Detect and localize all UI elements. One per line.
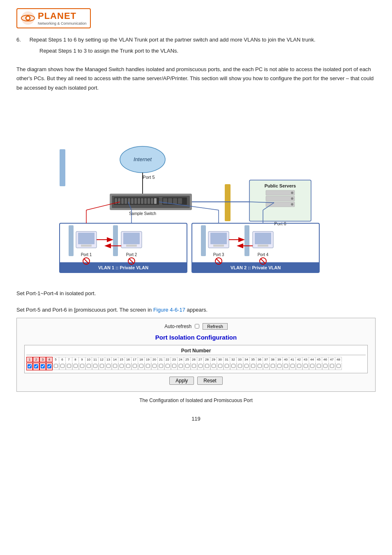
- port-number-cell: 7: [66, 357, 72, 362]
- port-number-cell: 48: [335, 357, 342, 362]
- port-checkbox-26[interactable]: [192, 364, 196, 368]
- autorefresh-checkbox[interactable]: [195, 324, 199, 328]
- svg-point-41: [291, 197, 293, 200]
- port-number-cell: 9: [79, 357, 85, 362]
- port-checkbox-48[interactable]: [337, 364, 341, 368]
- port-checkbox-20[interactable]: [152, 364, 157, 368]
- port-checkbox-46[interactable]: [323, 364, 327, 368]
- port-checkbox-35[interactable]: [251, 364, 255, 368]
- port-checkbox-23[interactable]: [172, 364, 176, 368]
- svg-rect-19: [134, 198, 137, 204]
- port-number-cell: 15: [118, 357, 125, 362]
- port-checkboxes-row: [26, 363, 366, 370]
- port-number-cell: 4: [46, 357, 53, 362]
- port-checkbox-4[interactable]: [47, 364, 51, 368]
- port-number-cell: 2: [33, 357, 39, 362]
- port-checkbox-3[interactable]: [41, 364, 45, 368]
- port-number-cell: 37: [263, 357, 270, 362]
- svg-rect-32: [225, 184, 231, 221]
- port-checkbox-22[interactable]: [166, 364, 170, 368]
- reset-button[interactable]: Reset: [197, 377, 222, 385]
- svg-rect-49: [113, 225, 118, 256]
- port-checkbox-19[interactable]: [146, 364, 150, 368]
- port-checkbox-1[interactable]: [28, 364, 32, 368]
- port-checkbox-32[interactable]: [231, 364, 235, 368]
- port-number-cell: 44: [309, 357, 316, 362]
- port-number-cell: 22: [164, 357, 171, 362]
- svg-rect-37: [266, 190, 295, 195]
- port-checkbox-8[interactable]: [74, 364, 78, 368]
- autorefresh-label: Auto-refresh: [164, 324, 191, 329]
- port-checkbox-14[interactable]: [113, 364, 117, 368]
- port-checkbox-41[interactable]: [291, 364, 295, 368]
- svg-rect-16: [125, 198, 127, 204]
- port-checkbox-47[interactable]: [330, 364, 334, 368]
- port-checkbox-18[interactable]: [139, 364, 143, 368]
- port-checkbox-27[interactable]: [198, 364, 203, 368]
- port-number-cell: 47: [329, 357, 335, 362]
- svg-point-3: [26, 17, 29, 20]
- port-checkbox-40[interactable]: [284, 364, 288, 368]
- port-checkbox-17[interactable]: [133, 364, 137, 368]
- port-checkbox-45[interactable]: [317, 364, 321, 368]
- port-checkbox-28[interactable]: [205, 364, 209, 368]
- apply-button[interactable]: Apply: [169, 377, 194, 385]
- refresh-button[interactable]: Refresh: [203, 323, 228, 330]
- port-checkbox-9[interactable]: [80, 364, 84, 368]
- svg-rect-30: [178, 198, 182, 204]
- port-number-cell: 17: [131, 357, 138, 362]
- port-checkbox-12[interactable]: [100, 364, 104, 368]
- port-number-cell: 33: [237, 357, 243, 362]
- svg-rect-72: [201, 225, 206, 256]
- port-checkbox-21[interactable]: [159, 364, 163, 368]
- port-checkbox-15[interactable]: [120, 364, 124, 368]
- port-checkbox-39[interactable]: [277, 364, 281, 368]
- port-checkbox-11[interactable]: [93, 364, 97, 368]
- port-checkbox-30[interactable]: [218, 364, 222, 368]
- svg-rect-18: [131, 198, 134, 204]
- svg-rect-24: [151, 198, 153, 204]
- step-number: 6.: [16, 36, 28, 44]
- port-checkbox-42[interactable]: [297, 364, 301, 368]
- port-number-cell: 13: [105, 357, 112, 362]
- svg-text:Promiscuous: Promiscuous: [76, 157, 80, 178]
- port-checkbox-24[interactable]: [179, 364, 183, 368]
- port-checkbox-36[interactable]: [258, 364, 262, 368]
- svg-text:Port 5: Port 5: [143, 175, 154, 180]
- port-checkbox-16[interactable]: [126, 364, 130, 368]
- port-checkbox-44[interactable]: [310, 364, 314, 368]
- port-checkbox-13[interactable]: [106, 364, 111, 368]
- port-checkbox-2[interactable]: [34, 364, 38, 368]
- svg-point-42: [291, 203, 293, 206]
- svg-rect-15: [121, 198, 124, 204]
- port-checkbox-25[interactable]: [185, 364, 189, 368]
- port-checkbox-6[interactable]: [60, 364, 65, 368]
- port-checkbox-10[interactable]: [87, 364, 91, 368]
- port-number-cell: 36: [256, 357, 263, 362]
- port-checkbox-37[interactable]: [264, 364, 268, 368]
- port-number-cell: 1: [26, 357, 33, 362]
- logo-sub: Networking & Communication: [38, 21, 87, 26]
- svg-rect-25: [154, 198, 157, 204]
- port-checkbox-34[interactable]: [244, 364, 249, 368]
- port-checkbox-33[interactable]: [238, 364, 242, 368]
- svg-rect-60: [126, 245, 137, 247]
- svg-text:VLAN 2 :: Private VLAN: VLAN 2 :: Private VLAN: [231, 265, 281, 270]
- port-checkbox-5[interactable]: [54, 364, 58, 368]
- port-checkbox-43[interactable]: [304, 364, 308, 368]
- port-checkbox-38[interactable]: [271, 364, 275, 368]
- port-checkbox-7[interactable]: [67, 364, 71, 368]
- port-number-cell: 39: [276, 357, 283, 362]
- figure-link[interactable]: Figure 4-6-17: [153, 307, 185, 313]
- port-number-cell: 25: [184, 357, 191, 362]
- port-number-cell: 16: [125, 357, 131, 362]
- port-checkbox-29[interactable]: [212, 364, 216, 368]
- step6-block: 6. Repeat Steps 1 to 6 by setting up the…: [16, 36, 376, 44]
- port-number-cell: 24: [178, 357, 184, 362]
- port-number-cell: 42: [296, 357, 302, 362]
- port-number-cell: 43: [302, 357, 309, 362]
- svg-rect-74: [244, 225, 249, 256]
- port-number-cell: 11: [92, 357, 99, 362]
- port-checkbox-31[interactable]: [225, 364, 229, 368]
- svg-text:Internet: Internet: [134, 156, 152, 162]
